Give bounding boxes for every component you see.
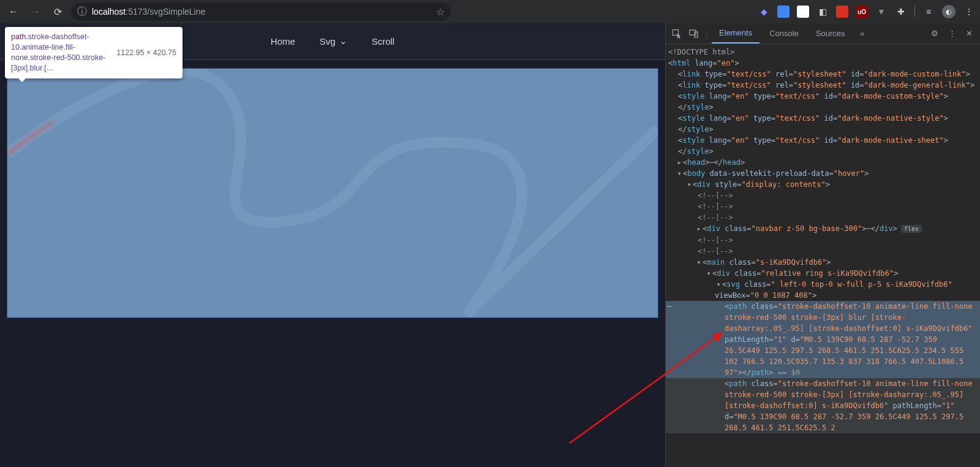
devtools-tabbar: Elements Console Sources » ⚙ ⋮ ✕: [666, 23, 980, 44]
extension-row: ◆ ◧ uO ▼ ✚ ≡ ◐ ⋮: [758, 5, 975, 18]
extension-icon[interactable]: ▼: [875, 6, 888, 18]
nav-scroll[interactable]: Scroll: [372, 36, 395, 47]
inspect-element-icon[interactable]: [669, 26, 684, 41]
reload-button[interactable]: ⟳: [49, 3, 66, 20]
nav-home[interactable]: Home: [271, 36, 295, 47]
browser-toolbar: ← → ⟳ ⓘ localhost:5173/svgSimpleLine ☆ ◆…: [0, 0, 980, 23]
selected-path-node[interactable]: ⋯<path class="stroke-dashoffset-10 anima…: [666, 301, 980, 378]
extension-icon[interactable]: ◆: [758, 6, 770, 18]
path-node-2[interactable]: <path class="stroke-dashoffset-10 animat…: [666, 378, 980, 433]
svg-canvas-region[interactable]: [7, 69, 658, 317]
bookmark-star-icon[interactable]: ☆: [436, 6, 445, 18]
reading-list-icon[interactable]: ≡: [922, 6, 935, 18]
doctype-line: <!DOCTYPE html>: [668, 48, 734, 56]
ublock-icon[interactable]: uO: [856, 6, 868, 18]
animated-red-path: [7, 71, 657, 315]
extension-icon[interactable]: ◧: [816, 6, 829, 18]
device-toolbar-icon[interactable]: [687, 26, 701, 41]
chrome-menu-icon[interactable]: ⋮: [963, 6, 975, 18]
dom-tree[interactable]: <!DOCTYPE html> <html lang="en"> <link t…: [666, 44, 980, 467]
more-tabs-chevrons-icon[interactable]: »: [855, 26, 870, 41]
site-info-icon[interactable]: ⓘ: [77, 6, 87, 18]
nav-svg[interactable]: Svg ⌄: [320, 36, 347, 47]
inspect-tooltip: path.stroke-dashoffset-10.animate-line.f…: [5, 27, 183, 78]
demo-svg: [7, 69, 658, 317]
forward-button[interactable]: →: [27, 3, 44, 20]
profile-avatar[interactable]: ◐: [942, 5, 956, 18]
tab-elements[interactable]: Elements: [712, 23, 760, 44]
page-viewport: path.stroke-dashoffset-10.animate-line.f…: [0, 23, 666, 467]
tab-sources[interactable]: Sources: [809, 23, 853, 44]
settings-gear-icon[interactable]: ⚙: [927, 26, 942, 41]
chevron-down-icon: ⌄: [339, 36, 347, 47]
background-trail-path: [7, 71, 657, 315]
address-bar[interactable]: ⓘ localhost:5173/svgSimpleLine ☆: [71, 2, 451, 21]
url-text: localhost:5173/svgSimpleLine: [92, 7, 205, 17]
extension-icon[interactable]: [836, 6, 848, 18]
devtools-menu-icon[interactable]: ⋮: [944, 26, 959, 41]
back-button[interactable]: ←: [5, 3, 22, 20]
close-devtools-icon[interactable]: ✕: [962, 26, 976, 41]
tab-console[interactable]: Console: [762, 23, 806, 44]
extension-icon[interactable]: [777, 6, 790, 18]
devtools-panel: Elements Console Sources » ⚙ ⋮ ✕ <!DOCTY…: [666, 23, 980, 467]
extension-icon[interactable]: [797, 6, 809, 18]
extensions-puzzle-icon[interactable]: ✚: [895, 6, 907, 18]
